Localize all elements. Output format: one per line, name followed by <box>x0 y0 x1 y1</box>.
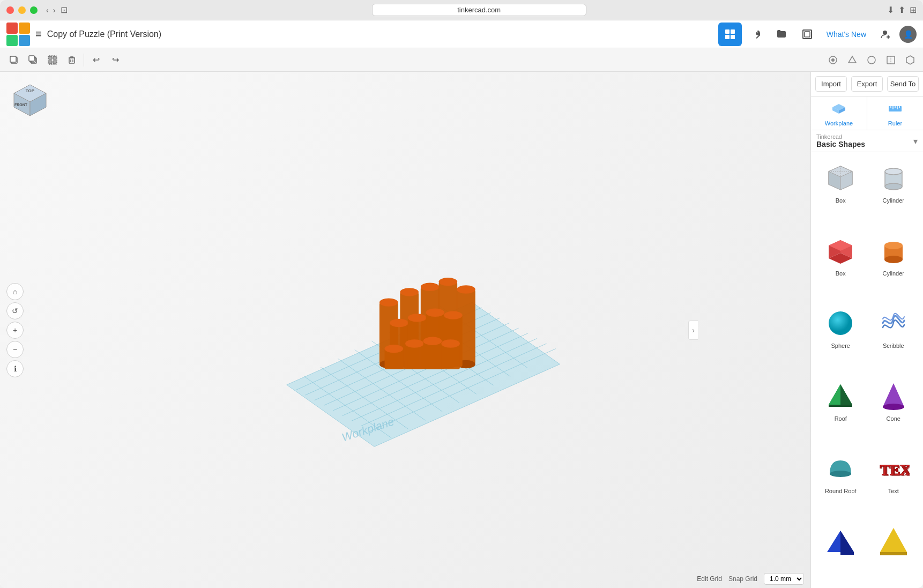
shape-item-round-roof[interactable]: Round Roof <box>815 447 866 518</box>
ruler-button[interactable]: Ruler <box>867 96 923 130</box>
menu-button[interactable]: ≡ <box>35 28 42 40</box>
viewport[interactable]: TOP FRONT ⌂ ↺ + − ℹ <box>0 72 810 588</box>
svg-point-88 <box>441 339 460 347</box>
workplane-svg-icon <box>830 102 847 115</box>
shape-grid: Box Cylinder <box>811 152 923 588</box>
roof-icon <box>823 379 858 413</box>
zoom-out-button[interactable]: − <box>6 341 24 358</box>
duplicate-button[interactable] <box>24 50 43 70</box>
shape-item-yellow[interactable] <box>868 520 919 584</box>
shape-item-roof[interactable]: Roof <box>815 375 866 445</box>
shape-library-header[interactable]: Tinkercad Basic Shapes ▾ <box>811 130 923 152</box>
frame-button[interactable] <box>795 23 819 46</box>
avatar[interactable]: 👤 <box>899 26 917 43</box>
shape-item-cylinder-wire[interactable]: Cylinder <box>868 157 919 227</box>
tab-view-button[interactable]: ⊡ <box>57 4 71 16</box>
yellow-shape-svg <box>877 525 910 557</box>
view-mirror-button[interactable] <box>882 51 899 69</box>
ruler-icon <box>888 102 903 118</box>
shape-label-cone: Cone <box>887 415 900 422</box>
workplane-area: Workplane <box>218 210 593 478</box>
export-button[interactable]: Export <box>851 76 883 92</box>
svg-text:TOP: TOP <box>26 88 35 93</box>
view-circle-button[interactable] <box>863 51 880 69</box>
address-bar[interactable] <box>372 4 586 16</box>
tinkercad-logo[interactable] <box>6 23 30 46</box>
close-button[interactable] <box>6 6 14 14</box>
panel-collapse-button[interactable]: › <box>688 321 698 340</box>
blue-shape-icon <box>823 524 858 559</box>
cylinder-orange-icon <box>876 234 911 268</box>
view-cube-svg: TOP FRONT <box>9 80 51 123</box>
shape-view-icon <box>847 55 857 65</box>
wrench-icon <box>750 29 761 40</box>
download-button[interactable]: ⬇ <box>887 5 894 15</box>
logo-green <box>6 35 18 46</box>
orbit-button[interactable]: ↺ <box>6 302 24 319</box>
shape-item-text[interactable]: TEXT TEXT Text <box>868 447 919 518</box>
shape-item-sphere[interactable]: Sphere <box>815 302 866 373</box>
workplane-button[interactable]: Workplane <box>811 96 867 130</box>
round-roof-icon <box>823 451 858 486</box>
forward-button[interactable]: › <box>51 5 58 16</box>
svg-point-74 <box>390 318 408 326</box>
shape-item-box-wire[interactable]: Box <box>815 157 866 227</box>
shape-item-blue[interactable] <box>815 520 866 584</box>
svg-point-116 <box>829 311 852 335</box>
svg-rect-0 <box>725 29 730 34</box>
grid-view-button[interactable] <box>718 23 742 46</box>
add-user-button[interactable] <box>874 23 897 46</box>
ruler-svg-icon <box>888 102 903 115</box>
box-wire-icon <box>823 161 858 195</box>
folder-icon <box>776 29 787 40</box>
svg-point-86 <box>423 337 442 345</box>
delete-button[interactable] <box>62 50 81 70</box>
zoom-in-button[interactable]: + <box>6 322 24 339</box>
send-to-button[interactable]: Send To <box>887 76 919 92</box>
edit-grid-button[interactable]: Edit Grid <box>697 575 722 583</box>
home-view-icon <box>828 55 838 65</box>
shape-item-box-red[interactable]: Box <box>815 229 866 300</box>
yellow-shape-icon <box>876 524 911 559</box>
redo-button[interactable]: ↪ <box>106 50 125 70</box>
snap-grid-select[interactable]: 1.0 mm <box>764 573 804 585</box>
maximize-button[interactable] <box>30 6 38 14</box>
blue-shape-svg <box>824 525 857 557</box>
roof-svg <box>824 380 857 412</box>
view-home-button[interactable] <box>824 51 842 69</box>
view-shape-button[interactable] <box>844 51 861 69</box>
svg-point-78 <box>426 308 444 316</box>
group-button[interactable] <box>43 50 62 70</box>
shape-item-scribble[interactable]: Scribble <box>868 302 919 373</box>
designs-button[interactable] <box>770 23 793 46</box>
whats-new-button[interactable]: What's New <box>821 30 872 39</box>
home-view-button[interactable]: ⌂ <box>6 283 24 300</box>
grid-icon <box>725 29 735 40</box>
back-button[interactable]: ‹ <box>44 5 51 16</box>
duplicate-icon <box>28 55 38 65</box>
copy-button[interactable] <box>4 50 24 70</box>
view-hex-button[interactable] <box>902 51 919 69</box>
info-button[interactable]: ℹ <box>6 360 24 377</box>
tabs-button[interactable]: ⊞ <box>910 5 917 15</box>
svg-point-82 <box>385 344 404 352</box>
svg-rect-3 <box>731 35 735 39</box>
chevron-down-icon: ▾ <box>913 136 918 146</box>
tools-button[interactable] <box>744 23 768 46</box>
import-button[interactable]: Import <box>815 76 847 92</box>
share-button[interactable]: ⬆ <box>898 5 905 15</box>
shape-item-cone[interactable]: Cone <box>868 375 919 445</box>
shape-item-cylinder-orange[interactable]: Cylinder <box>868 229 919 300</box>
box-red-svg <box>824 235 857 267</box>
svg-marker-127 <box>840 531 854 555</box>
traffic-lights <box>6 6 38 14</box>
undo-button[interactable]: ↩ <box>86 50 106 70</box>
library-name: Basic Shapes <box>816 140 865 148</box>
sphere-icon <box>823 306 858 340</box>
shape-label-cylinder-orange: Cylinder <box>883 270 904 277</box>
minimize-button[interactable] <box>18 6 26 14</box>
svg-point-76 <box>408 314 427 322</box>
frame-icon <box>802 29 813 40</box>
svg-rect-26 <box>887 56 895 64</box>
view-cube[interactable]: TOP FRONT <box>9 80 51 123</box>
